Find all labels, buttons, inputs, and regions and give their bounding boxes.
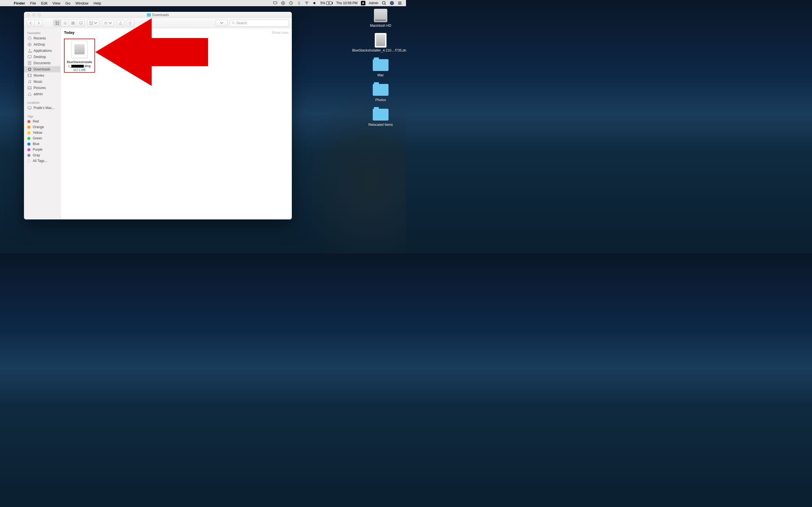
svg-rect-23 [92, 23, 93, 24]
sidebar-tag-purple[interactable]: Purple [24, 147, 60, 152]
annotation-arrow [95, 15, 211, 89]
sidebar-tag-yellow[interactable]: Yellow [24, 130, 60, 135]
sidebar-item-admin[interactable]: admin [24, 91, 60, 97]
volume-icon[interactable] [312, 1, 317, 5]
menu-window[interactable]: Window [73, 1, 91, 5]
dmg-icon [375, 33, 387, 48]
menu-file[interactable]: File [28, 1, 39, 5]
menu-edit[interactable]: Edit [39, 1, 50, 5]
tag-dot-icon [28, 159, 31, 163]
tag-dot-icon [28, 154, 31, 157]
desktop-item-folder-mac[interactable]: Mac [361, 58, 400, 77]
timemachine-icon[interactable] [289, 1, 293, 5]
file-size: 617.1 MB [73, 68, 86, 71]
tag-label: Gray [33, 153, 40, 157]
svg-point-35 [30, 82, 31, 83]
zoom-button[interactable] [38, 13, 41, 17]
pictures-icon [28, 86, 32, 90]
svg-rect-10 [58, 21, 59, 22]
svg-point-25 [232, 22, 235, 24]
desktop-item-folder-photos[interactable]: Photos [361, 83, 400, 102]
sidebar-item-label: Recents [34, 36, 46, 40]
sidebar-item-downloads[interactable]: Downloads [24, 66, 60, 72]
desktop-item-folder-relocated[interactable]: Relocated Items [361, 108, 400, 127]
sidebar-item-movies[interactable]: Movies [24, 72, 60, 78]
folder-icon [373, 59, 389, 71]
search-placeholder: Search [236, 21, 247, 25]
back-button[interactable] [27, 20, 35, 26]
sidebar-item-location[interactable]: Pratik's Mac... [24, 105, 60, 111]
svg-rect-11 [56, 23, 57, 24]
traffic-lights [27, 13, 41, 17]
sidebar-header-favourites: Favourites [24, 31, 60, 35]
app-name[interactable]: Finder [11, 1, 28, 5]
menu-go[interactable]: Go [63, 1, 73, 5]
cc-icon[interactable] [281, 1, 285, 5]
menu-help[interactable]: Help [91, 1, 104, 5]
svg-point-29 [29, 44, 30, 45]
clock[interactable]: Thu 10:59 PM [336, 1, 357, 5]
list-view-button[interactable] [61, 20, 69, 26]
redacted-text [71, 65, 84, 68]
sidebar-item-label: Pictures [34, 86, 46, 90]
search-field[interactable]: Search [230, 20, 289, 26]
svg-rect-18 [81, 24, 81, 24]
desktop-label: Photos [375, 98, 386, 102]
desktop-label: Mac [377, 73, 384, 77]
svg-rect-9 [56, 21, 57, 22]
path-dropdown[interactable] [216, 20, 227, 26]
nav-buttons [27, 20, 43, 26]
sidebar-item-label: Movies [34, 73, 44, 77]
battery-indicator[interactable]: 5% [320, 1, 333, 5]
svg-rect-15 [73, 22, 74, 24]
sidebar-item-pictures[interactable]: Pictures [24, 85, 60, 91]
siri-icon[interactable] [390, 1, 394, 5]
sidebar-header-tags: Tags [24, 114, 60, 119]
airplay-icon[interactable] [273, 1, 277, 5]
sidebar-tag-red[interactable]: Red [24, 119, 60, 124]
svg-point-3 [306, 4, 307, 4]
sidebar-tag-blue[interactable]: Blue [24, 141, 60, 147]
spotlight-icon[interactable] [382, 1, 386, 5]
sidebar-tag-orange[interactable]: Orange [24, 124, 60, 130]
sidebar-item-recents[interactable]: Recents [24, 35, 60, 41]
sidebar-item-applications[interactable]: Applications [24, 48, 60, 54]
gallery-view-button[interactable] [77, 20, 85, 26]
sidebar-tag-green[interactable]: Green [24, 135, 60, 141]
tag-label: Purple [33, 148, 43, 152]
sidebar-item-documents[interactable]: Documents [24, 60, 60, 66]
wifi-icon[interactable] [305, 1, 309, 5]
sidebar-tag-gray[interactable]: Gray [24, 152, 60, 158]
sidebar-header-locations: Locations [24, 100, 60, 105]
tag-label: Blue [33, 142, 40, 146]
battery-pct: 5% [320, 1, 325, 5]
apps-icon [28, 48, 32, 53]
menubar: Finder File Edit View Go Window Help 5% … [0, 0, 406, 6]
show-less-button[interactable]: Show Less [272, 31, 289, 35]
sidebar-item-music[interactable]: Music [24, 78, 60, 85]
desktop-item-dmg[interactable]: BlueStacksInstaller_4.210....f735.dmg [361, 33, 400, 52]
notification-center-icon[interactable] [398, 1, 402, 5]
column-view-button[interactable] [69, 20, 77, 26]
menubar-right: 5% Thu 10:59 PM A Admin [273, 1, 406, 5]
minimize-button[interactable] [32, 13, 36, 17]
tag-label: Yellow [33, 131, 42, 135]
desktop-icons: Macintosh HD BlueStacksInstaller_4.210..… [361, 8, 400, 127]
desktop-item-hd[interactable]: Macintosh HD [361, 8, 400, 27]
file-item-bluestacks-dmg[interactable]: BlueStacksInstalle r_.dmg 617.1 MB [64, 39, 95, 73]
bluetooth-icon[interactable] [297, 1, 301, 5]
sidebar-all-tags[interactable]: All Tags... [24, 158, 60, 164]
sidebar-item-airdrop[interactable]: AirDrop [24, 41, 60, 48]
forward-button[interactable] [35, 20, 43, 26]
close-button[interactable] [27, 13, 30, 17]
svg-point-0 [282, 1, 285, 5]
desktop-label: BlueStacksInstaller_4.210....f735.dmg [352, 48, 406, 52]
user-name[interactable]: Admin [369, 1, 378, 5]
svg-rect-38 [28, 107, 31, 109]
sidebar-item-desktop[interactable]: Desktop [24, 54, 60, 60]
user-badge[interactable]: A [361, 1, 365, 5]
music-icon [28, 79, 32, 84]
icon-view-button[interactable] [53, 20, 61, 26]
movies-icon [28, 73, 32, 78]
menu-view[interactable]: View [50, 1, 63, 5]
